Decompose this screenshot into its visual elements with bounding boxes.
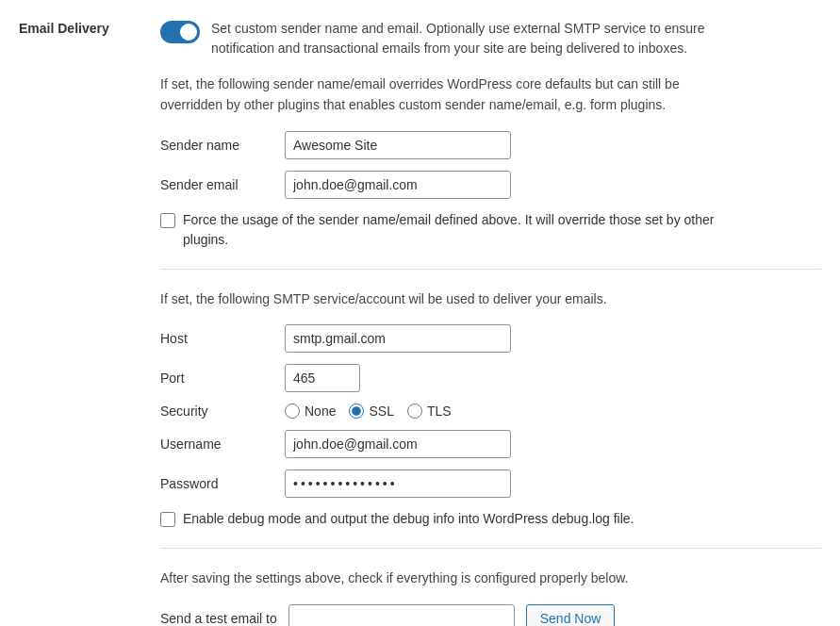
port-row: Port xyxy=(160,364,821,392)
host-label: Host xyxy=(160,331,273,346)
security-tls-radio[interactable] xyxy=(407,404,422,419)
send-test-label: Send a test email to xyxy=(160,611,277,626)
security-tls-option[interactable]: TLS xyxy=(407,404,452,419)
sender-email-label: Sender email xyxy=(160,177,273,192)
security-tls-label: TLS xyxy=(427,404,452,419)
secondary-description: If set, the following sender name/email … xyxy=(160,74,726,116)
main-description: Set custom sender name and email. Option… xyxy=(211,19,758,58)
host-row: Host xyxy=(160,324,821,353)
username-row: Username xyxy=(160,430,821,458)
security-none-option[interactable]: None xyxy=(285,404,336,419)
debug-row: Enable debug mode and output the debug i… xyxy=(160,509,726,529)
password-label: Password xyxy=(160,476,273,491)
section-title: Email Delivery xyxy=(19,19,141,36)
security-ssl-option[interactable]: SSL xyxy=(349,404,393,419)
password-row: Password xyxy=(160,470,821,498)
security-row: Security None SSL TLS xyxy=(160,404,821,419)
username-label: Username xyxy=(160,437,273,452)
smtp-info-text: If set, the following SMTP service/accou… xyxy=(160,288,726,309)
sender-email-row: Sender email xyxy=(160,171,821,199)
security-ssl-label: SSL xyxy=(369,404,393,419)
secondary-description-block: If set, the following sender name/email … xyxy=(19,74,821,626)
force-sender-label: Force the usage of the sender name/email… xyxy=(183,210,726,250)
debug-label: Enable debug mode and output the debug i… xyxy=(183,509,634,529)
security-none-label: None xyxy=(305,404,336,419)
sender-email-input[interactable] xyxy=(285,171,511,199)
send-test-row: Send a test email to Send Now xyxy=(160,604,821,626)
divider-2 xyxy=(160,548,821,549)
debug-checkbox[interactable] xyxy=(160,512,175,527)
security-label: Security xyxy=(160,404,273,419)
host-input[interactable] xyxy=(285,324,511,353)
sender-name-row: Sender name xyxy=(160,131,821,159)
sender-name-label: Sender name xyxy=(160,138,273,153)
security-ssl-radio[interactable] xyxy=(349,404,364,419)
port-label: Port xyxy=(160,371,273,386)
test-email-input[interactable] xyxy=(288,604,515,626)
toggle-slider xyxy=(160,21,200,43)
divider-1 xyxy=(160,269,821,270)
email-delivery-section: Email Delivery Set custom sender name an… xyxy=(19,19,821,58)
sender-name-input[interactable] xyxy=(285,131,511,159)
force-sender-checkbox[interactable] xyxy=(160,213,175,228)
email-delivery-toggle[interactable] xyxy=(160,21,200,43)
security-none-radio[interactable] xyxy=(285,404,300,419)
after-save-text: After saving the settings above, check i… xyxy=(160,568,726,588)
force-sender-row: Force the usage of the sender name/email… xyxy=(160,210,726,250)
toggle-and-description: Set custom sender name and email. Option… xyxy=(160,19,758,58)
send-now-button[interactable]: Send Now xyxy=(526,604,616,626)
password-input[interactable] xyxy=(285,470,511,498)
username-input[interactable] xyxy=(285,430,511,458)
port-input[interactable] xyxy=(285,364,360,392)
security-radio-group: None SSL TLS xyxy=(285,404,452,419)
